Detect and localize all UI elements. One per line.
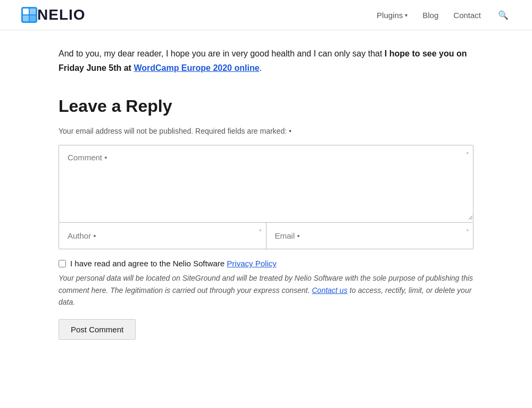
- svg-rect-3: [23, 15, 29, 21]
- privacy-policy-link[interactable]: Privacy Policy: [227, 259, 276, 268]
- comment-field-wrapper: •: [59, 145, 473, 223]
- email-field-wrapper: •: [267, 223, 473, 249]
- nav-plugins[interactable]: Plugins ▾: [377, 11, 408, 20]
- svg-rect-4: [30, 15, 36, 21]
- svg-rect-1: [23, 9, 29, 14]
- post-comment-button[interactable]: Post Comment: [59, 319, 136, 340]
- required-fields-note: Your email address will not be published…: [59, 127, 473, 135]
- email-required-indicator: •: [467, 227, 469, 234]
- comment-form: • • • I have read and agree to the: [59, 145, 473, 339]
- privacy-checkbox-row: I have read and agree to the Nelio Softw…: [59, 259, 473, 268]
- wordcamp-link[interactable]: WordCamp Europe 2020 online: [134, 63, 259, 72]
- privacy-section: I have read and agree to the Nelio Softw…: [59, 259, 473, 308]
- author-required-indicator: •: [259, 227, 261, 234]
- comment-textarea[interactable]: [59, 145, 473, 220]
- svg-rect-2: [30, 9, 36, 14]
- leave-reply-heading: Leave a Reply: [59, 96, 473, 116]
- search-icon: 🔍: [498, 11, 509, 20]
- nelio-logo-icon: [21, 7, 37, 23]
- privacy-note: Your personal data will be located on Si…: [59, 272, 473, 308]
- author-input[interactable]: [59, 223, 266, 249]
- main-nav: Plugins ▾ Blog Contact 🔍: [377, 8, 511, 22]
- author-email-row: • •: [59, 223, 473, 249]
- nav-contact[interactable]: Contact: [453, 11, 481, 20]
- comment-required-indicator: •: [467, 150, 469, 157]
- leave-reply-section: Leave a Reply Your email address will no…: [59, 96, 473, 339]
- intro-paragraph: And to you, my dear reader, I hope you a…: [59, 46, 473, 75]
- logo-text: NELIO: [37, 6, 86, 23]
- logo[interactable]: NELIO: [21, 6, 86, 23]
- chevron-down-icon: ▾: [405, 12, 408, 18]
- main-content: And to you, my dear reader, I hope you a…: [37, 30, 495, 372]
- search-button[interactable]: 🔍: [496, 8, 511, 22]
- privacy-label[interactable]: I have read and agree to the Nelio Softw…: [70, 259, 277, 268]
- privacy-checkbox[interactable]: [59, 260, 66, 267]
- site-header: NELIO Plugins ▾ Blog Contact 🔍: [0, 0, 532, 30]
- author-field-wrapper: •: [59, 223, 267, 249]
- contact-us-link[interactable]: Contact us: [312, 286, 347, 295]
- nav-blog[interactable]: Blog: [422, 11, 438, 20]
- email-input[interactable]: [267, 223, 473, 249]
